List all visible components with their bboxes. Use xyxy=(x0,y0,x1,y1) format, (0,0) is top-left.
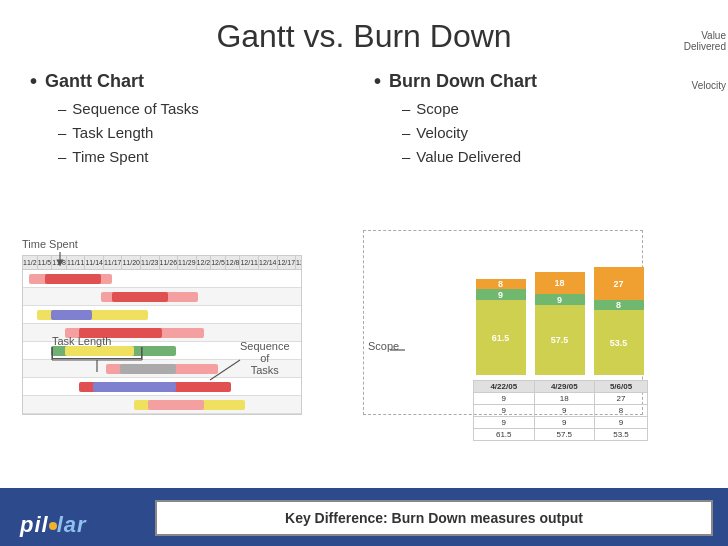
gantt-sub-3: Time Spent xyxy=(58,145,354,169)
bar-seg-yellow-2: 57.5 xyxy=(535,305,585,375)
bar-group-2: 18 9 57.5 xyxy=(532,255,587,375)
stacked-bar-2: 18 9 57.5 xyxy=(535,255,585,375)
bar-seg-green-1: 9 xyxy=(476,289,526,300)
gantt-sub-1: Sequence of Tasks xyxy=(58,97,354,121)
gantt-main-bullet: Gantt Chart xyxy=(30,70,354,93)
right-column: Burn Down Chart Scope Velocity Value Del… xyxy=(364,70,698,175)
velocity-label: Velocity xyxy=(692,80,726,91)
slide-title: Gantt vs. Burn Down xyxy=(0,0,728,65)
gantt-header: 11/2 11/5 11/8 11/11 11/14 11/17 11/20 1… xyxy=(23,256,301,270)
bar-seg-orange-3: 27 xyxy=(594,267,644,300)
stacked-bar-chart: 8 9 61.5 18 9 57.5 27 8 53.5 xyxy=(473,245,646,375)
bar-seg-yellow-1: 61.5 xyxy=(476,300,526,375)
gantt-row xyxy=(23,378,301,396)
bar-seg-green-3: 8 xyxy=(594,300,644,310)
gantt-row xyxy=(23,270,301,288)
time-spent-label: Time Spent xyxy=(22,238,78,250)
left-column: Gantt Chart Sequence of Tasks Task Lengt… xyxy=(30,70,364,175)
bar-seg-green-2: 9 xyxy=(535,294,585,305)
bar-seg-orange-2: 18 xyxy=(535,272,585,294)
burndown-sub-bullets: Scope Velocity Value Delivered xyxy=(374,97,698,169)
stacked-bar-3: 27 8 53.5 xyxy=(594,255,644,375)
gantt-row xyxy=(23,306,301,324)
sequence-of-tasks-label: Sequence of Tasks xyxy=(240,340,290,376)
bar-group-1: 8 9 61.5 xyxy=(473,255,528,375)
bar-group-3: 27 8 53.5 xyxy=(591,255,646,375)
stacked-bar-1: 8 9 61.5 xyxy=(476,255,526,375)
logo-dot xyxy=(49,522,57,530)
bar-seg-yellow-3: 53.5 xyxy=(594,310,644,375)
chart-data-table: 4/22/05 4/29/05 5/6/05 9 18 27 9 9 8 9 9… xyxy=(473,380,648,441)
gantt-row xyxy=(23,288,301,306)
burndown-main-bullet: Burn Down Chart xyxy=(374,70,698,93)
burndown-chart-container: 8 9 61.5 18 9 57.5 27 8 53.5 xyxy=(448,240,718,435)
burndown-sub-2: Velocity xyxy=(402,121,698,145)
logo-pil: pil xyxy=(20,512,49,537)
footer: pillar Key Difference: Burn Down measure… xyxy=(0,488,728,546)
logo-lar: lar xyxy=(57,512,87,537)
bar-seg-orange-1: 8 xyxy=(476,279,526,289)
key-difference-box: Key Difference: Burn Down measures outpu… xyxy=(155,500,713,536)
gantt-row xyxy=(23,396,301,414)
slide: Gantt vs. Burn Down Gantt Chart Sequence… xyxy=(0,0,728,546)
key-difference-text: Key Difference: Burn Down measures outpu… xyxy=(285,510,583,526)
value-delivered-label: Value Delivered xyxy=(684,30,726,52)
gantt-sub-bullets: Sequence of Tasks Task Length Time Spent xyxy=(30,97,354,169)
task-length-bracket xyxy=(52,347,142,359)
gantt-sub-2: Task Length xyxy=(58,121,354,145)
content-area: Gantt Chart Sequence of Tasks Task Lengt… xyxy=(0,70,728,175)
burndown-sub-1: Scope xyxy=(402,97,698,121)
pillar-logo: pillar xyxy=(20,512,87,538)
task-length-label: Task Length xyxy=(52,335,111,347)
burndown-sub-3: Value Delivered xyxy=(402,145,698,169)
